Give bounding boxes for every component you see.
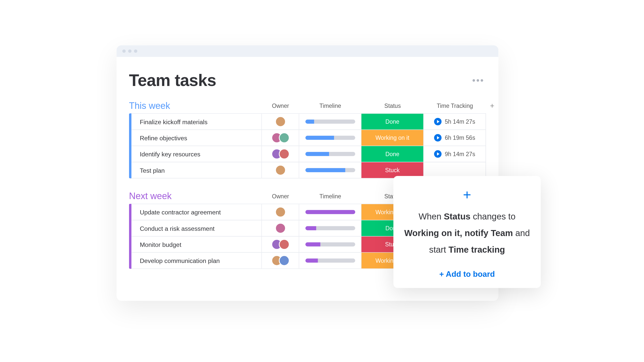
extra-cell <box>486 114 499 129</box>
column-header: Timeline <box>299 102 361 109</box>
task-name-cell[interactable]: Develop communication plan <box>132 253 262 268</box>
traffic-light-dot <box>122 49 126 53</box>
table-row[interactable]: Refine objectivesWorking on it6h 19m 56s <box>132 129 486 146</box>
play-icon[interactable] <box>434 134 441 142</box>
group-table: Finalize kickoff materialsDone5h 14m 27s… <box>129 113 486 178</box>
automation-text: When Status changes to Working on it, no… <box>403 208 531 258</box>
time-value: 6h 19m 56s <box>445 134 475 141</box>
owner-cell[interactable] <box>262 130 299 146</box>
avatar <box>275 165 286 175</box>
column-header: Timeline <box>299 193 361 199</box>
plus-icon: + <box>463 188 471 202</box>
traffic-light-dot <box>134 49 137 53</box>
owner-cell[interactable] <box>262 114 299 129</box>
status-cell[interactable]: Stuck <box>361 162 424 178</box>
task-name-cell[interactable]: Monitor budget <box>132 236 262 252</box>
avatar <box>275 116 286 127</box>
time-tracking-cell[interactable] <box>424 162 486 178</box>
timeline-cell[interactable] <box>299 236 361 252</box>
time-value: 9h 14m 27s <box>445 151 475 157</box>
status-badge: Stuck <box>361 162 423 178</box>
task-name-cell[interactable]: Test plan <box>132 162 262 178</box>
timeline-cell[interactable] <box>299 146 361 162</box>
play-icon[interactable] <box>434 150 441 158</box>
owner-cell[interactable] <box>262 146 299 162</box>
group-title[interactable]: This week <box>129 100 262 111</box>
owner-cell[interactable] <box>262 220 299 236</box>
avatar <box>279 255 290 266</box>
timeline-cell[interactable] <box>299 253 361 268</box>
timeline-cell[interactable] <box>299 162 361 178</box>
avatar <box>279 132 290 143</box>
timeline-cell[interactable] <box>299 220 361 236</box>
status-badge: Done <box>361 114 423 129</box>
time-tracking-cell[interactable]: 9h 14m 27s <box>424 146 486 162</box>
timeline-cell[interactable] <box>299 130 361 146</box>
task-name-cell[interactable]: Update contractor agreement <box>132 204 262 220</box>
column-header: Time Tracking <box>424 102 486 109</box>
time-tracking-cell[interactable]: 6h 19m 56s <box>424 130 486 146</box>
owner-cell[interactable] <box>262 162 299 178</box>
window-titlebar <box>116 45 498 57</box>
table-row[interactable]: Finalize kickoff materialsDone5h 14m 27s <box>132 113 486 130</box>
extra-cell <box>486 146 499 162</box>
timeline-cell[interactable] <box>299 204 361 220</box>
time-tracking-cell[interactable]: 5h 14m 27s <box>424 114 486 129</box>
extra-cell <box>486 130 499 146</box>
play-icon[interactable] <box>434 118 441 125</box>
column-header: Owner <box>262 102 299 109</box>
timeline-cell[interactable] <box>299 114 361 129</box>
more-menu-button[interactable]: ••• <box>471 73 486 87</box>
status-cell[interactable]: Done <box>361 146 424 162</box>
time-value: 5h 14m 27s <box>445 118 475 125</box>
owner-cell[interactable] <box>262 204 299 220</box>
avatar <box>279 239 290 250</box>
avatar <box>279 148 290 159</box>
column-header: Owner <box>262 193 299 199</box>
traffic-light-dot <box>128 49 131 53</box>
group-header: This weekOwnerTimelineStatusTime Trackin… <box>129 100 486 114</box>
group-title[interactable]: Next week <box>129 191 262 202</box>
avatar <box>275 206 286 217</box>
task-name-cell[interactable]: Refine objectives <box>132 130 262 146</box>
task-name-cell[interactable]: Finalize kickoff materials <box>132 114 262 129</box>
status-cell[interactable]: Done <box>361 114 424 129</box>
status-badge: Working on it <box>361 130 423 146</box>
owner-cell[interactable] <box>262 253 299 268</box>
automation-card: + When Status changes to Working on it, … <box>393 176 541 288</box>
add-to-board-button[interactable]: + Add to board <box>403 269 531 279</box>
page-title: Team tasks <box>129 71 216 89</box>
extra-cell <box>486 162 499 178</box>
avatar <box>275 223 286 234</box>
status-badge: Done <box>361 146 423 162</box>
add-column-button[interactable]: + <box>486 101 499 110</box>
owner-cell[interactable] <box>262 236 299 252</box>
task-name-cell[interactable]: Identify key resources <box>132 146 262 162</box>
status-cell[interactable]: Working on it <box>361 130 424 146</box>
task-name-cell[interactable]: Conduct a risk assessment <box>132 220 262 236</box>
column-header: Status <box>361 102 424 109</box>
table-row[interactable]: Identify key resourcesDone9h 14m 27s <box>132 146 486 162</box>
